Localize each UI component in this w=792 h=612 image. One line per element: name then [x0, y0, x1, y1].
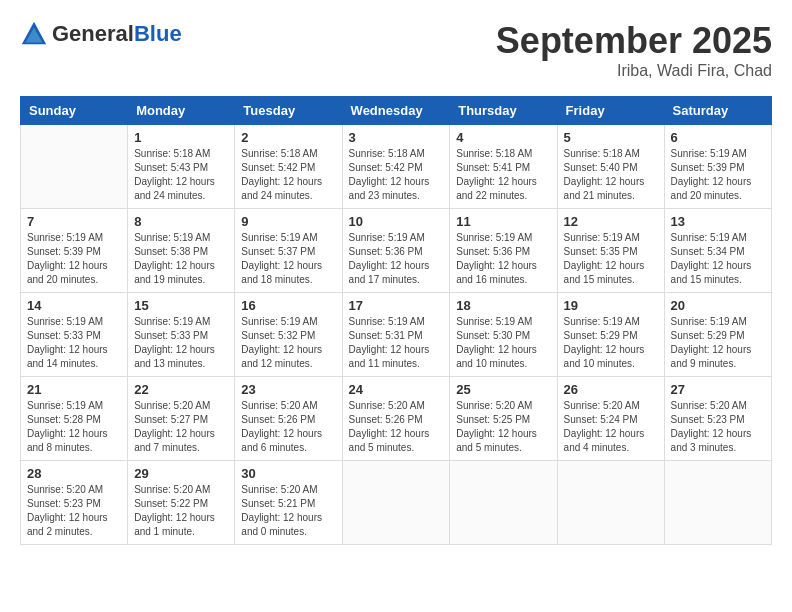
calendar-cell	[342, 461, 450, 545]
calendar-cell: 27 Sunrise: 5:20 AM Sunset: 5:23 PM Dayl…	[664, 377, 771, 461]
day-number: 20	[671, 298, 765, 313]
day-info: Sunrise: 5:19 AM Sunset: 5:32 PM Dayligh…	[241, 315, 335, 371]
sunrise-text: Sunrise: 5:20 AM	[349, 400, 425, 411]
sunrise-text: Sunrise: 5:19 AM	[241, 232, 317, 243]
calendar-cell	[21, 125, 128, 209]
sunset-text: Sunset: 5:42 PM	[241, 162, 315, 173]
sunset-text: Sunset: 5:43 PM	[134, 162, 208, 173]
daylight-text: Daylight: 12 hours and 5 minutes.	[456, 428, 537, 453]
day-number: 15	[134, 298, 228, 313]
sunset-text: Sunset: 5:30 PM	[456, 330, 530, 341]
col-wednesday: Wednesday	[342, 97, 450, 125]
day-number: 17	[349, 298, 444, 313]
day-number: 19	[564, 298, 658, 313]
sunset-text: Sunset: 5:29 PM	[564, 330, 638, 341]
day-info: Sunrise: 5:19 AM Sunset: 5:28 PM Dayligh…	[27, 399, 121, 455]
day-number: 14	[27, 298, 121, 313]
day-info: Sunrise: 5:20 AM Sunset: 5:27 PM Dayligh…	[134, 399, 228, 455]
logo: GeneralBlue	[20, 20, 182, 48]
daylight-text: Daylight: 12 hours and 6 minutes.	[241, 428, 322, 453]
day-number: 7	[27, 214, 121, 229]
day-info: Sunrise: 5:19 AM Sunset: 5:36 PM Dayligh…	[349, 231, 444, 287]
day-number: 1	[134, 130, 228, 145]
calendar-cell: 13 Sunrise: 5:19 AM Sunset: 5:34 PM Dayl…	[664, 209, 771, 293]
sunset-text: Sunset: 5:24 PM	[564, 414, 638, 425]
day-number: 12	[564, 214, 658, 229]
sunset-text: Sunset: 5:35 PM	[564, 246, 638, 257]
daylight-text: Daylight: 12 hours and 8 minutes.	[27, 428, 108, 453]
calendar-cell	[450, 461, 557, 545]
sunset-text: Sunset: 5:23 PM	[27, 498, 101, 509]
day-number: 9	[241, 214, 335, 229]
sunset-text: Sunset: 5:33 PM	[27, 330, 101, 341]
col-tuesday: Tuesday	[235, 97, 342, 125]
day-number: 25	[456, 382, 550, 397]
page-header: GeneralBlue September 2025 Iriba, Wadi F…	[20, 20, 772, 80]
sunset-text: Sunset: 5:39 PM	[671, 162, 745, 173]
day-number: 27	[671, 382, 765, 397]
calendar-cell: 24 Sunrise: 5:20 AM Sunset: 5:26 PM Dayl…	[342, 377, 450, 461]
day-info: Sunrise: 5:19 AM Sunset: 5:36 PM Dayligh…	[456, 231, 550, 287]
calendar-cell: 5 Sunrise: 5:18 AM Sunset: 5:40 PM Dayli…	[557, 125, 664, 209]
daylight-text: Daylight: 12 hours and 0 minutes.	[241, 512, 322, 537]
day-number: 2	[241, 130, 335, 145]
day-info: Sunrise: 5:19 AM Sunset: 5:35 PM Dayligh…	[564, 231, 658, 287]
sunset-text: Sunset: 5:36 PM	[456, 246, 530, 257]
daylight-text: Daylight: 12 hours and 2 minutes.	[27, 512, 108, 537]
sunrise-text: Sunrise: 5:20 AM	[134, 484, 210, 495]
sunrise-text: Sunrise: 5:20 AM	[241, 484, 317, 495]
sunset-text: Sunset: 5:28 PM	[27, 414, 101, 425]
day-info: Sunrise: 5:20 AM Sunset: 5:25 PM Dayligh…	[456, 399, 550, 455]
day-info: Sunrise: 5:18 AM Sunset: 5:41 PM Dayligh…	[456, 147, 550, 203]
sunrise-text: Sunrise: 5:20 AM	[27, 484, 103, 495]
daylight-text: Daylight: 12 hours and 10 minutes.	[456, 344, 537, 369]
calendar-header-row: Sunday Monday Tuesday Wednesday Thursday…	[21, 97, 772, 125]
sunset-text: Sunset: 5:31 PM	[349, 330, 423, 341]
day-info: Sunrise: 5:19 AM Sunset: 5:39 PM Dayligh…	[671, 147, 765, 203]
calendar-cell: 18 Sunrise: 5:19 AM Sunset: 5:30 PM Dayl…	[450, 293, 557, 377]
sunset-text: Sunset: 5:29 PM	[671, 330, 745, 341]
sunrise-text: Sunrise: 5:19 AM	[564, 232, 640, 243]
logo-blue-text: Blue	[134, 22, 182, 46]
col-friday: Friday	[557, 97, 664, 125]
daylight-text: Daylight: 12 hours and 24 minutes.	[241, 176, 322, 201]
sunset-text: Sunset: 5:36 PM	[349, 246, 423, 257]
day-number: 24	[349, 382, 444, 397]
sunrise-text: Sunrise: 5:19 AM	[27, 232, 103, 243]
daylight-text: Daylight: 12 hours and 7 minutes.	[134, 428, 215, 453]
calendar-cell: 4 Sunrise: 5:18 AM Sunset: 5:41 PM Dayli…	[450, 125, 557, 209]
sunrise-text: Sunrise: 5:20 AM	[671, 400, 747, 411]
daylight-text: Daylight: 12 hours and 23 minutes.	[349, 176, 430, 201]
logo-general-text: General	[52, 22, 134, 46]
calendar-cell: 26 Sunrise: 5:20 AM Sunset: 5:24 PM Dayl…	[557, 377, 664, 461]
calendar-cell: 12 Sunrise: 5:19 AM Sunset: 5:35 PM Dayl…	[557, 209, 664, 293]
sunset-text: Sunset: 5:42 PM	[349, 162, 423, 173]
sunrise-text: Sunrise: 5:19 AM	[671, 316, 747, 327]
daylight-text: Daylight: 12 hours and 10 minutes.	[564, 344, 645, 369]
day-info: Sunrise: 5:18 AM Sunset: 5:40 PM Dayligh…	[564, 147, 658, 203]
calendar-cell: 30 Sunrise: 5:20 AM Sunset: 5:21 PM Dayl…	[235, 461, 342, 545]
day-info: Sunrise: 5:20 AM Sunset: 5:23 PM Dayligh…	[671, 399, 765, 455]
sunset-text: Sunset: 5:32 PM	[241, 330, 315, 341]
sunrise-text: Sunrise: 5:20 AM	[241, 400, 317, 411]
sunrise-text: Sunrise: 5:18 AM	[349, 148, 425, 159]
daylight-text: Daylight: 12 hours and 16 minutes.	[456, 260, 537, 285]
day-info: Sunrise: 5:20 AM Sunset: 5:24 PM Dayligh…	[564, 399, 658, 455]
sunrise-text: Sunrise: 5:20 AM	[134, 400, 210, 411]
sunrise-text: Sunrise: 5:19 AM	[27, 400, 103, 411]
calendar-cell: 16 Sunrise: 5:19 AM Sunset: 5:32 PM Dayl…	[235, 293, 342, 377]
calendar-cell: 2 Sunrise: 5:18 AM Sunset: 5:42 PM Dayli…	[235, 125, 342, 209]
day-info: Sunrise: 5:20 AM Sunset: 5:26 PM Dayligh…	[349, 399, 444, 455]
daylight-text: Daylight: 12 hours and 14 minutes.	[27, 344, 108, 369]
day-info: Sunrise: 5:19 AM Sunset: 5:29 PM Dayligh…	[564, 315, 658, 371]
daylight-text: Daylight: 12 hours and 15 minutes.	[564, 260, 645, 285]
sunset-text: Sunset: 5:37 PM	[241, 246, 315, 257]
daylight-text: Daylight: 12 hours and 17 minutes.	[349, 260, 430, 285]
col-sunday: Sunday	[21, 97, 128, 125]
day-info: Sunrise: 5:20 AM Sunset: 5:21 PM Dayligh…	[241, 483, 335, 539]
sunrise-text: Sunrise: 5:19 AM	[134, 316, 210, 327]
calendar-cell: 7 Sunrise: 5:19 AM Sunset: 5:39 PM Dayli…	[21, 209, 128, 293]
day-number: 10	[349, 214, 444, 229]
daylight-text: Daylight: 12 hours and 22 minutes.	[456, 176, 537, 201]
sunrise-text: Sunrise: 5:19 AM	[241, 316, 317, 327]
